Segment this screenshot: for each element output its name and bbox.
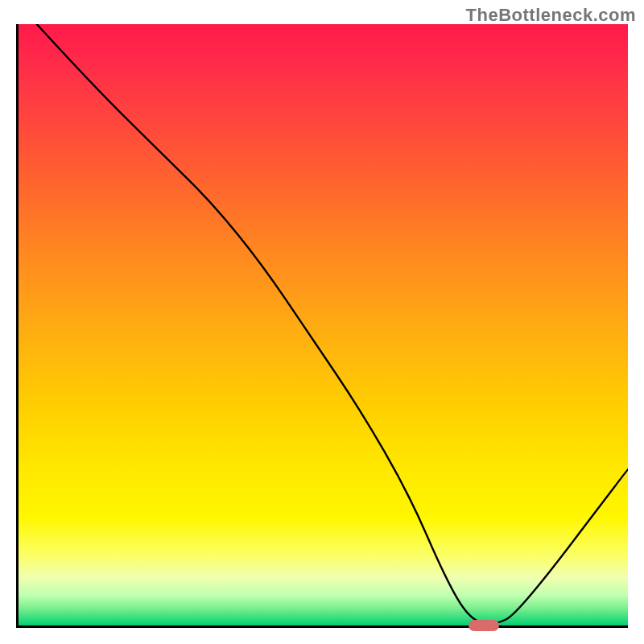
optimal-point-marker [469, 620, 499, 631]
bottleneck-curve-line [37, 24, 628, 624]
chart-curve-svg [19, 24, 628, 625]
chart-plot-area [16, 24, 628, 628]
watermark-text: TheBottleneck.com [466, 5, 636, 26]
